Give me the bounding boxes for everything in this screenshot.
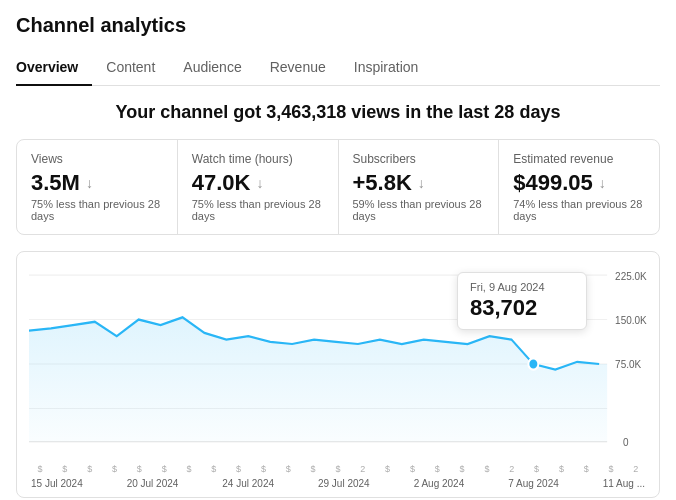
- stat-views-change: 75% less than previous 28 days: [31, 198, 163, 222]
- y-label-75: 75.0K: [615, 358, 641, 371]
- stat-subscribers: Subscribers +5.8K ↓ 59% less than previo…: [339, 140, 500, 234]
- x-label-2: 20 Jul 2024: [127, 478, 179, 489]
- stat-watchtime-label: Watch time (hours): [192, 152, 324, 166]
- chart-icon-19: $: [478, 464, 496, 474]
- stat-subscribers-value-row: +5.8K ↓: [353, 170, 485, 196]
- x-label-3: 24 Jul 2024: [222, 478, 274, 489]
- tab-inspiration[interactable]: Inspiration: [340, 49, 433, 85]
- stat-revenue-value: $499.05: [513, 170, 593, 196]
- chart-icon-7: $: [180, 464, 198, 474]
- chart-icon-24: $: [602, 464, 620, 474]
- tab-content[interactable]: Content: [92, 49, 169, 85]
- views-headline: Your channel got 3,463,318 views in the …: [16, 102, 660, 123]
- stat-views-value: 3.5M: [31, 170, 80, 196]
- stat-revenue-label: Estimated revenue: [513, 152, 645, 166]
- stat-views-value-row: 3.5M ↓: [31, 170, 163, 196]
- chart-icon-18: $: [453, 464, 471, 474]
- tab-nav: Overview Content Audience Revenue Inspir…: [16, 49, 660, 86]
- chart-icon-8: $: [205, 464, 223, 474]
- stat-subscribers-arrow-icon: ↓: [418, 175, 425, 191]
- chart-icon-2: $: [56, 464, 74, 474]
- y-label-150: 150.0K: [615, 313, 647, 326]
- stat-watchtime-value-row: 47.0K ↓: [192, 170, 324, 196]
- tab-revenue[interactable]: Revenue: [256, 49, 340, 85]
- header: Channel analytics Overview Content Audie…: [0, 0, 676, 86]
- chart-area: 225.0K 150.0K 75.0K 0 Fri, 9 Aug 2024 83…: [16, 251, 660, 498]
- main-content: Your channel got 3,463,318 views in the …: [0, 86, 676, 500]
- stat-revenue-change: 74% less than previous 28 days: [513, 198, 645, 222]
- chart-icon-10: $: [254, 464, 272, 474]
- stats-row: Views 3.5M ↓ 75% less than previous 28 d…: [16, 139, 660, 235]
- stat-subscribers-value: +5.8K: [353, 170, 412, 196]
- stat-watchtime-value: 47.0K: [192, 170, 251, 196]
- x-axis-labels: 15 Jul 2024 20 Jul 2024 24 Jul 2024 29 J…: [29, 478, 647, 489]
- chart-icon-3: $: [81, 464, 99, 474]
- chart-icon-5: $: [130, 464, 148, 474]
- chart-icon-22: $: [552, 464, 570, 474]
- chart-icon-row: $ $ $ $ $ $ $ $ $ $ $ $ $ 2 $ $ $ $ $ 2 …: [29, 464, 647, 474]
- chart-container: 225.0K 150.0K 75.0K 0 Fri, 9 Aug 2024 83…: [29, 264, 647, 464]
- stat-watchtime-change: 75% less than previous 28 days: [192, 198, 324, 222]
- stat-revenue: Estimated revenue $499.05 ↓ 74% less tha…: [499, 140, 659, 234]
- chart-icon-14: 2: [354, 464, 372, 474]
- tab-audience[interactable]: Audience: [169, 49, 255, 85]
- chart-icon-11: $: [279, 464, 297, 474]
- chart-icon-12: $: [304, 464, 322, 474]
- stat-revenue-value-row: $499.05 ↓: [513, 170, 645, 196]
- page-title: Channel analytics: [16, 14, 660, 37]
- stat-watchtime: Watch time (hours) 47.0K ↓ 75% less than…: [178, 140, 339, 234]
- tab-overview[interactable]: Overview: [16, 49, 92, 85]
- x-label-1: 15 Jul 2024: [31, 478, 83, 489]
- stat-subscribers-label: Subscribers: [353, 152, 485, 166]
- y-label-0: 0: [623, 436, 629, 449]
- chart-icon-15: $: [379, 464, 397, 474]
- y-label-225: 225.0K: [615, 269, 647, 282]
- chart-icon-4: $: [105, 464, 123, 474]
- chart-icon-25: 2: [627, 464, 645, 474]
- stat-watchtime-arrow-icon: ↓: [256, 175, 263, 191]
- chart-dot: [528, 358, 538, 369]
- tooltip-date: Fri, 9 Aug 2024: [470, 281, 574, 293]
- chart-tooltip: Fri, 9 Aug 2024 83,702: [457, 272, 587, 330]
- x-label-7: 11 Aug ...: [603, 478, 645, 489]
- chart-icon-1: $: [31, 464, 49, 474]
- stat-views: Views 3.5M ↓ 75% less than previous 28 d…: [17, 140, 178, 234]
- chart-icon-16: $: [403, 464, 421, 474]
- chart-icon-21: $: [528, 464, 546, 474]
- chart-icon-17: $: [428, 464, 446, 474]
- chart-icon-20: 2: [503, 464, 521, 474]
- x-label-4: 29 Jul 2024: [318, 478, 370, 489]
- chart-icon-13: $: [329, 464, 347, 474]
- stat-views-label: Views: [31, 152, 163, 166]
- x-label-6: 7 Aug 2024: [508, 478, 559, 489]
- chart-icon-6: $: [155, 464, 173, 474]
- x-label-5: 2 Aug 2024: [414, 478, 465, 489]
- chart-icon-23: $: [577, 464, 595, 474]
- stat-subscribers-change: 59% less than previous 28 days: [353, 198, 485, 222]
- chart-icon-9: $: [230, 464, 248, 474]
- tooltip-value: 83,702: [470, 295, 574, 321]
- stat-views-arrow-icon: ↓: [86, 175, 93, 191]
- stat-revenue-arrow-icon: ↓: [599, 175, 606, 191]
